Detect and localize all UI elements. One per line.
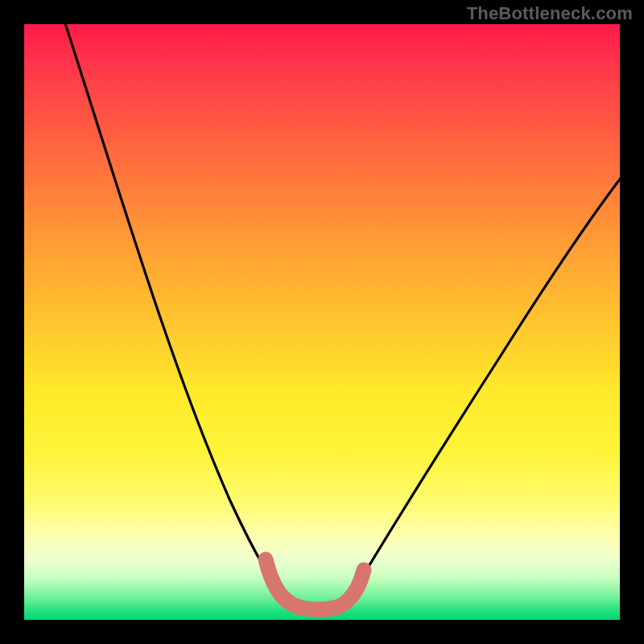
optimal-zone-marker xyxy=(266,559,364,609)
plot-area xyxy=(24,24,620,620)
chart-frame: TheBottleneck.com xyxy=(0,0,644,644)
marker-dot-right xyxy=(357,563,371,577)
watermark-text: TheBottleneck.com xyxy=(467,3,633,24)
marker-dot-left xyxy=(258,552,273,567)
bottleneck-curve xyxy=(63,24,620,609)
curve-layer xyxy=(24,24,620,620)
